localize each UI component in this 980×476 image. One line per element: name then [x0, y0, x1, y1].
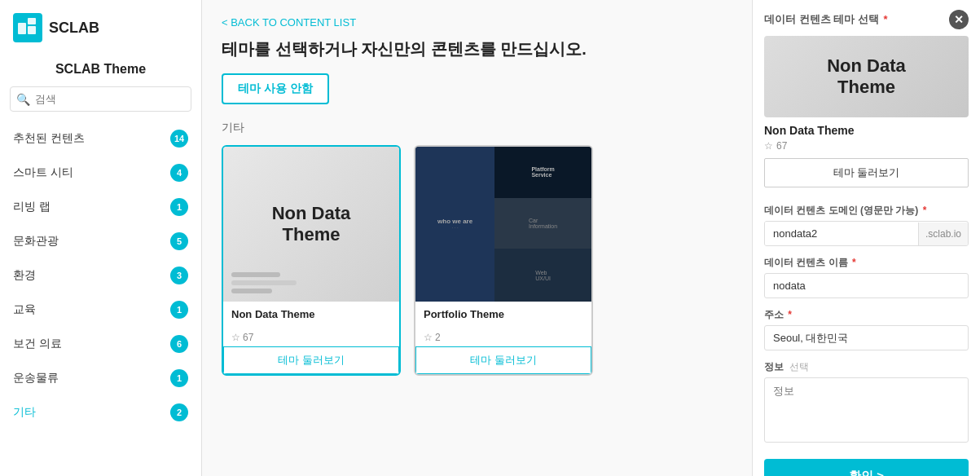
non-data-preview-bars	[231, 272, 297, 293]
logo-text: SCLAB	[49, 20, 99, 37]
star-value-portfolio: 2	[435, 332, 441, 343]
theme-card-portfolio[interactable]: who we are · · · PlatformService CarInfo…	[414, 145, 593, 376]
search-icon: 🔍	[16, 93, 30, 106]
section-label: 기타	[222, 121, 732, 135]
info-textarea[interactable]	[764, 377, 969, 443]
sidebar-item-other[interactable]: 기타 2	[0, 395, 201, 430]
portfolio-who-cell: who we are · · ·	[415, 147, 494, 302]
non-data-preview-title: Non DataTheme	[272, 203, 351, 246]
star-count-non-data: ☆ 67	[231, 332, 253, 343]
sidebar-badge-transport: 1	[170, 369, 188, 387]
theme-card-preview-non-data: Non DataTheme	[223, 147, 399, 302]
sidebar-badge-health: 6	[170, 335, 188, 353]
svg-rect-1	[28, 18, 36, 24]
view-btn-portfolio[interactable]: 테마 둘러보기	[415, 346, 591, 374]
svg-rect-2	[28, 26, 36, 34]
content-name-input[interactable]	[764, 273, 969, 298]
main-content: < BACK TO CONTENT LIST 테마를 선택하거나 자신만의 콘텐…	[202, 0, 752, 476]
sidebar-item-environment[interactable]: 환경 3	[0, 258, 201, 293]
panel-star-icon: ☆	[764, 140, 773, 152]
sidebar-item-label: 스마트 시티	[13, 165, 73, 180]
panel-address-label: 주소 *	[764, 308, 969, 322]
sidebar-title: SCLAB Theme	[0, 55, 201, 86]
sidebar-item-label: 기타	[13, 405, 36, 420]
sidebar-item-label: 환경	[13, 268, 36, 283]
sidebar-item-living-lab[interactable]: 리빙 랩 1	[0, 190, 201, 224]
search-box: 🔍	[10, 86, 191, 112]
nav-list: 추천된 컨텐츠 14 스마트 시티 4 리빙 랩 1 문화관광 5 환경 3 교…	[0, 121, 201, 476]
sidebar-item-label: 추천된 컨텐츠	[13, 131, 85, 146]
panel-theme-preview: Non DataTheme	[764, 36, 969, 117]
panel-star-row: ☆ 67	[764, 140, 969, 152]
portfolio-car-cell: CarInformation	[494, 198, 591, 249]
portfolio-preview-grid: who we are · · · PlatformService CarInfo…	[415, 147, 591, 302]
domain-required-star: *	[923, 205, 927, 216]
star-icon: ☆	[231, 332, 240, 343]
sidebar-item-smart-city[interactable]: 스마트 시티 4	[0, 156, 201, 190]
sidebar-item-label: 문화관광	[13, 234, 59, 249]
theme-card-name-portfolio: Portfolio Theme	[424, 308, 583, 320]
panel-star-count: 67	[776, 140, 787, 152]
view-btn-non-data[interactable]: 테마 둘러보기	[223, 346, 399, 374]
panel-preview-area: Non DataTheme Non Data Theme ☆ 67 테마 둘러보…	[753, 36, 980, 197]
theme-card-name-non-data: Non Data Theme	[231, 308, 391, 320]
sidebar-badge-other: 2	[170, 403, 188, 421]
panel-view-button[interactable]: 테마 둘러보기	[764, 158, 969, 187]
sidebar-badge-environment: 3	[170, 267, 188, 284]
panel-theme-name: Non Data Theme	[764, 124, 969, 137]
sclab-logo-icon	[13, 13, 42, 42]
panel-name-section: 데이터 컨텐츠 이름 *	[753, 249, 980, 302]
portfolio-web-cell: WebUX/UI	[494, 249, 591, 302]
back-to-content-link[interactable]: < BACK TO CONTENT LIST	[222, 16, 732, 29]
star-icon-portfolio: ☆	[424, 332, 433, 343]
panel-address-section: 주소 *	[753, 302, 980, 354]
sidebar-item-transport[interactable]: 운송물류 1	[0, 361, 201, 395]
sidebar-logo: SCLAB	[0, 0, 201, 55]
sidebar-badge-recommended: 14	[170, 130, 188, 148]
domain-input-wrapper: .sclab.io	[764, 221, 969, 246]
search-input[interactable]	[10, 86, 191, 112]
main-heading: 테마를 선택하거나 자신만의 콘텐츠를 만드십시오.	[222, 38, 732, 60]
theme-card-footer-portfolio: ☆ 2	[415, 328, 591, 346]
close-button[interactable]: ✕	[949, 10, 969, 29]
sidebar-item-label: 운송물류	[13, 371, 59, 386]
panel-domain-label: 데이터 컨텐츠 도메인 (영문만 가능) *	[764, 204, 969, 218]
star-count-portfolio: ☆ 2	[424, 332, 441, 343]
theme-card-non-data[interactable]: Non DataTheme Non Data Theme ☆ 67 테마 둘러보…	[222, 145, 401, 376]
theme-cards-container: Non DataTheme Non Data Theme ☆ 67 테마 둘러보…	[222, 145, 732, 376]
sidebar-item-education[interactable]: 교육 1	[0, 293, 201, 327]
sidebar: SCLAB SCLAB Theme 🔍 추천된 컨텐츠 14 스마트 시티 4 …	[0, 0, 202, 476]
domain-input[interactable]	[765, 222, 918, 245]
theme-card-info-portfolio: Portfolio Theme	[415, 302, 591, 328]
panel-name-label: 데이터 컨텐츠 이름 *	[764, 256, 969, 270]
sidebar-item-label: 보건 의료	[13, 337, 62, 351]
sidebar-item-culture[interactable]: 문화관광 5	[0, 224, 201, 258]
right-panel: 데이터 컨텐츠 테마 선택 * ✕ Non DataTheme Non Data…	[752, 0, 980, 476]
sidebar-item-label: 교육	[13, 302, 36, 317]
address-input[interactable]	[764, 325, 969, 350]
theme-card-info-non-data: Non Data Theme	[223, 302, 399, 328]
confirm-button[interactable]: 확인 >	[764, 459, 969, 476]
address-required-star: *	[788, 309, 792, 320]
panel-info-label: 정보 선택	[764, 360, 969, 374]
required-star: *	[883, 13, 887, 25]
name-required-star: *	[852, 257, 856, 268]
portfolio-platform-cell: PlatformService	[494, 147, 591, 198]
theme-card-preview-portfolio: who we are · · · PlatformService CarInfo…	[415, 147, 591, 302]
panel-info-section: 정보 선택	[753, 354, 980, 449]
panel-preview-title: Non DataTheme	[827, 55, 906, 98]
sidebar-item-health[interactable]: 보건 의료 6	[0, 327, 201, 361]
svg-rect-0	[18, 23, 26, 34]
panel-domain-section: 데이터 컨텐츠 도메인 (영문만 가능) * .sclab.io	[753, 197, 980, 249]
star-value-non-data: 67	[243, 332, 253, 343]
panel-section-label: 데이터 컨텐츠 테마 선택 *	[764, 12, 888, 27]
theme-card-footer-non-data: ☆ 67	[223, 328, 399, 346]
sidebar-badge-smart-city: 4	[170, 164, 188, 182]
sidebar-badge-education: 1	[170, 301, 188, 319]
use-theme-button[interactable]: 테마 사용 안함	[222, 73, 329, 104]
sidebar-badge-living-lab: 1	[170, 198, 188, 216]
sidebar-item-label: 리빙 랩	[13, 200, 51, 214]
panel-header: 데이터 컨텐츠 테마 선택 * ✕	[753, 0, 980, 36]
info-optional-label: 선택	[789, 361, 809, 372]
sidebar-item-recommended[interactable]: 추천된 컨텐츠 14	[0, 121, 201, 156]
